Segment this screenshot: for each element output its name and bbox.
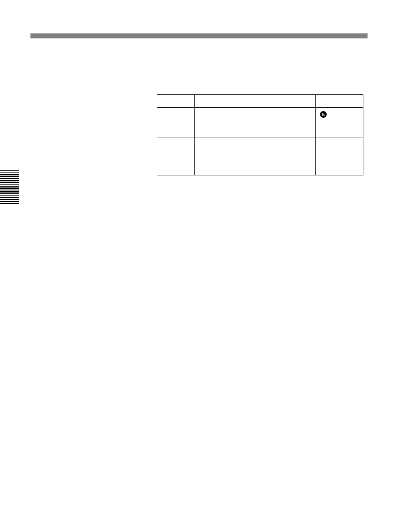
table-cell: 5	[316, 108, 363, 137]
table-header-row	[157, 95, 363, 108]
sidebar-thumb-index	[0, 170, 19, 205]
header-rule	[30, 33, 368, 38]
table-cell	[195, 137, 316, 175]
table-cell	[195, 108, 316, 137]
table-cell	[157, 108, 195, 137]
table-cell	[157, 137, 195, 175]
table-header-cell	[316, 95, 363, 107]
table-row	[157, 137, 363, 175]
number-badge-icon: 5	[320, 111, 327, 118]
table-header-cell	[157, 95, 195, 107]
content-table: 5	[157, 94, 363, 175]
table-cell	[316, 137, 363, 175]
table-header-cell	[195, 95, 316, 107]
table-row: 5	[157, 108, 363, 137]
